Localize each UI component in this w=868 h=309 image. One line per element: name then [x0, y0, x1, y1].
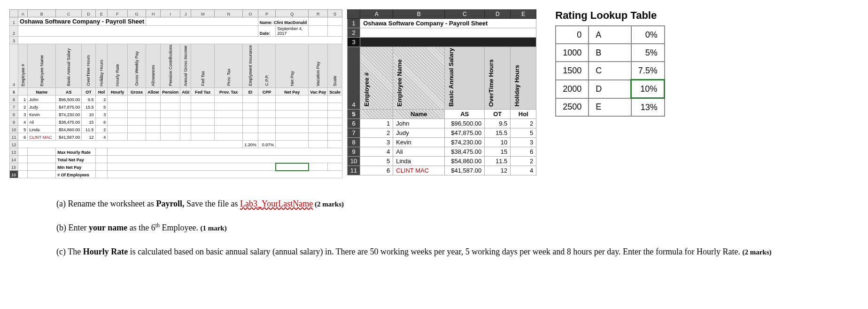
row-5[interactable]: 5 — [10, 88, 18, 95]
row-11[interactable]: 11 — [10, 133, 18, 141]
zoom-cell-name[interactable]: CLINT MAC — [393, 166, 445, 175]
cell-salary[interactable]: $54,860.00 — [56, 126, 82, 133]
zoom-cell-ot[interactable]: 15 — [485, 147, 511, 156]
cell-name[interactable]: CLINT MAC — [28, 133, 56, 141]
zoom-cell-name[interactable]: Linda — [393, 156, 445, 166]
cell-name[interactable]: Judy — [28, 103, 56, 111]
zoom-row-4[interactable]: 4 — [347, 47, 360, 110]
col-F[interactable]: F — [108, 10, 127, 17]
zoom-row-9[interactable]: 9 — [347, 147, 360, 156]
cell-name[interactable]: Ali — [28, 118, 56, 126]
row-4[interactable]: 4 — [10, 44, 18, 88]
cell-hol[interactable]: 5 — [95, 103, 108, 111]
zoom-cell-ot[interactable]: 11.5 — [485, 156, 511, 166]
cell-empnum[interactable]: 2 — [18, 103, 28, 111]
cell-hol[interactable]: 4 — [95, 133, 108, 141]
row-9[interactable]: 9 — [10, 118, 18, 126]
row-16[interactable]: 16 — [10, 171, 18, 178]
row-8[interactable]: 8 — [10, 111, 18, 118]
cell-hol[interactable]: 2 — [95, 126, 108, 133]
col-S[interactable]: S — [328, 10, 342, 17]
row-6[interactable]: 6 — [10, 95, 18, 103]
row-13[interactable]: 13 — [10, 148, 18, 156]
zoom-row-3[interactable]: 3 — [347, 38, 360, 47]
select-all-corner[interactable] — [10, 10, 18, 17]
col-G[interactable]: G — [127, 10, 146, 17]
zoom-row-7[interactable]: 7 — [347, 128, 360, 137]
cell-salary[interactable]: $74,230.00 — [56, 111, 82, 118]
zoom-cell-name[interactable]: John — [393, 119, 445, 128]
cell-empnum[interactable]: 1 — [18, 95, 28, 103]
zoom-cell-salary[interactable]: $41,587.00 — [445, 166, 485, 175]
zoom-cell-empnum[interactable]: 3 — [360, 137, 393, 147]
zoom-cell-hol[interactable]: 4 — [511, 166, 536, 175]
zoom-cell-empnum[interactable]: 1 — [360, 119, 393, 128]
zoom-corner[interactable] — [347, 10, 360, 19]
cell-salary[interactable]: $38,475.00 — [56, 118, 82, 126]
zoom-cell-hol[interactable]: 5 — [511, 128, 536, 137]
row-2[interactable]: 2 — [10, 26, 18, 37]
zoom-cell-name[interactable]: Ali — [393, 147, 445, 156]
zoom-cell-salary[interactable]: $96,500.00 — [445, 119, 485, 128]
row-3[interactable]: 3 — [10, 37, 18, 44]
zoom-cell-hol[interactable]: 6 — [511, 147, 536, 156]
cell-ot[interactable]: 12 — [82, 133, 95, 141]
zoom-col-E[interactable]: E — [511, 10, 536, 19]
cell-hol[interactable]: 6 — [95, 118, 108, 126]
zoom-cell-salary[interactable]: $38,475.00 — [445, 147, 485, 156]
zoom-cell-ot[interactable]: 10 — [485, 137, 511, 147]
selected-cell[interactable] — [276, 163, 309, 171]
payroll-sheet-small[interactable]: ABCDEFGHIJMNOPQRS 1Oshawa Software Compa… — [9, 9, 342, 178]
cell-empnum[interactable]: 6 — [18, 133, 28, 141]
zoom-row-5[interactable]: 5 — [347, 109, 360, 119]
col-H[interactable]: H — [146, 10, 161, 17]
payroll-sheet-zoom[interactable]: ABCDE 1Oshawa Software Company - Payroll… — [347, 9, 536, 175]
col-B[interactable]: B — [28, 10, 56, 17]
cell-empnum[interactable]: 3 — [18, 111, 28, 118]
zoom-cell-empnum[interactable]: 6 — [360, 166, 393, 175]
cell-name[interactable]: Linda — [28, 126, 56, 133]
cell-salary[interactable]: $96,500.00 — [56, 95, 82, 103]
cell-hol[interactable]: 3 — [95, 111, 108, 118]
zoom-cell-ot[interactable]: 9.5 — [485, 119, 511, 128]
row-10[interactable]: 10 — [10, 126, 18, 133]
zoom-row-10[interactable]: 10 — [347, 156, 360, 166]
zoom-cell-ot[interactable]: 12 — [485, 166, 511, 175]
col-E[interactable]: E — [95, 10, 108, 17]
zoom-cell-name[interactable]: Kevin — [393, 137, 445, 147]
cell-name[interactable]: Kevin — [28, 111, 56, 118]
zoom-cell-salary[interactable]: $47,875.00 — [445, 128, 485, 137]
zoom-col-D[interactable]: D — [485, 10, 511, 19]
row-15[interactable]: 15 — [10, 163, 18, 171]
zoom-cell-name[interactable]: Judy — [393, 128, 445, 137]
zoom-cell-empnum[interactable]: 5 — [360, 156, 393, 166]
cell-empnum[interactable]: 5 — [18, 126, 28, 133]
zoom-cell-hol[interactable]: 3 — [511, 137, 536, 147]
col-J[interactable]: J — [180, 10, 191, 17]
col-M[interactable]: M — [191, 10, 215, 17]
row-14[interactable]: 14 — [10, 156, 18, 163]
zoom-cell-salary[interactable]: $74,230.00 — [445, 137, 485, 147]
zoom-row-8[interactable]: 8 — [347, 137, 360, 147]
zoom-col-B[interactable]: B — [393, 10, 445, 19]
col-O[interactable]: O — [243, 10, 258, 17]
col-Q[interactable]: Q — [276, 10, 309, 17]
cell-empnum[interactable]: 4 — [18, 118, 28, 126]
cell-ot[interactable]: 9.5 — [82, 95, 95, 103]
row-1[interactable]: 1 — [10, 17, 18, 26]
row-7[interactable]: 7 — [10, 103, 18, 111]
cell-ot[interactable]: 11.5 — [82, 126, 95, 133]
col-A[interactable]: A — [18, 10, 28, 17]
zoom-cell-ot[interactable]: 15.5 — [485, 128, 511, 137]
cell-hol[interactable]: 2 — [95, 95, 108, 103]
cell-ot[interactable]: 15 — [82, 118, 95, 126]
cell-salary[interactable]: $41,587.00 — [56, 133, 82, 141]
zoom-row-11[interactable]: 11 — [347, 166, 360, 175]
zoom-cell-hol[interactable]: 2 — [511, 156, 536, 166]
zoom-col-C[interactable]: C — [445, 10, 485, 19]
col-P[interactable]: P — [258, 10, 276, 17]
col-R[interactable]: R — [309, 10, 328, 17]
zoom-row-2[interactable]: 2 — [347, 28, 360, 38]
row-12[interactable]: 12 — [10, 141, 18, 148]
zoom-cell-empnum[interactable]: 4 — [360, 147, 393, 156]
